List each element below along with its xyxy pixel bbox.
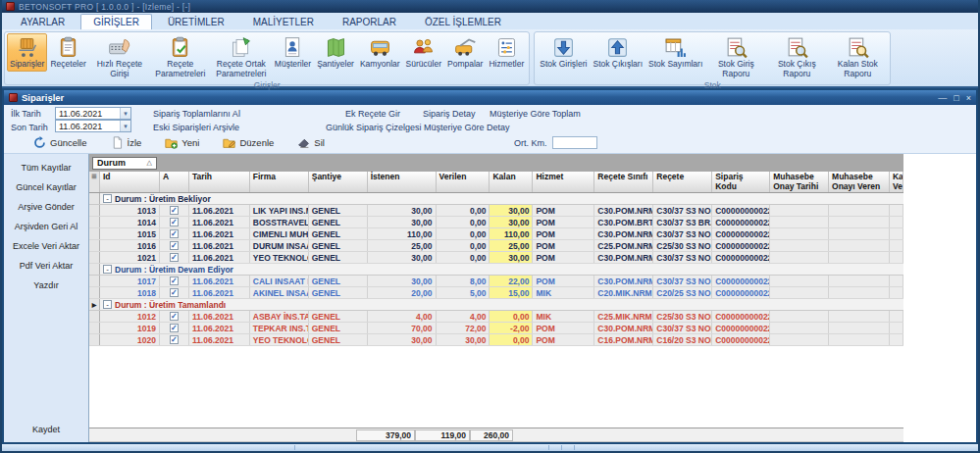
checkbox[interactable]: ✓	[170, 218, 179, 226]
ribbon-button-kamyonlar[interactable]: Kamyonlar	[357, 33, 403, 72]
column-header-i-stenen[interactable]: İstenen	[368, 172, 437, 192]
ribbon-button-antiyeler[interactable]: Şantiyeler	[314, 33, 357, 72]
column-header-sipari-kodu[interactable]: Sipariş Kodu	[712, 172, 770, 192]
group-row-durum-retim-tamamland[interactable]: ▶-Durum : Üretim Tamamlandı	[89, 299, 903, 311]
ribbon-button-sipari-ler[interactable]: Siparişler	[7, 33, 47, 72]
sidebar-item-ar-ive-g-nder[interactable]: Arşive Gönder	[4, 197, 88, 217]
chevron-down-icon[interactable]: ▾	[120, 108, 130, 119]
column-header-firma[interactable]: Firma	[250, 172, 309, 192]
sidebar-item-pdf-veri-aktar[interactable]: Pdf Veri Aktar	[4, 256, 88, 276]
column-header-re-ete[interactable]: Reçete	[653, 172, 712, 192]
close-button[interactable]: ×	[966, 93, 971, 103]
cell-tarih: 11.06.2021	[189, 334, 250, 345]
order-row-1020[interactable]: 1020✓11.06.2021YEO TEKNOLOJÝ ...GENEL30,…	[89, 334, 903, 346]
son-tarih-select[interactable]: 11.06.2021 ▾	[55, 120, 131, 132]
ribbon-button-re-eteler[interactable]: Reçeteler	[47, 33, 88, 72]
ribbon-button-s-r-c-ler[interactable]: Sürücüler	[403, 33, 444, 72]
column-header-muhasebe-onay-tarihi[interactable]: Muhasebe Onay Tarihi	[770, 172, 829, 192]
column-header-a[interactable]: A	[160, 172, 189, 192]
tab-mali-yetler[interactable]: MALİYETLER	[240, 14, 327, 29]
action-link-m-teriye-g-re-toplam[interactable]: Müşteriye Göre Toplam	[490, 109, 581, 119]
checkbox[interactable]: ✓	[170, 324, 179, 332]
chevron-down-icon[interactable]: ▾	[120, 121, 130, 131]
sidebar-item-t-m-kay-tlar[interactable]: Tüm Kayıtlar	[4, 158, 88, 177]
column-header-muhasebe-onay-veren[interactable]: Muhasebe Onayı Veren	[829, 172, 890, 192]
checkbox[interactable]: ✓	[170, 241, 179, 250]
cell-id: 1017	[100, 276, 160, 286]
action-link-m-teriye-g-re-detay[interactable]: Müşteriye Göre Detay	[424, 123, 510, 132]
checkbox[interactable]: ✓	[170, 277, 179, 285]
action-link-ek-re-ete-gir[interactable]: Ek Reçete Gir	[345, 109, 400, 119]
column-header-antiye[interactable]: Şantiye	[309, 172, 368, 192]
column-header-tarih[interactable]: Tarih	[189, 172, 250, 192]
checkbox[interactable]: ✓	[170, 206, 179, 215]
order-row-1014[interactable]: 1014✓11.06.2021BOSSTRAVEL T...GENEL30,00…	[89, 217, 903, 228]
ribbon-button-stok-giri-leri[interactable]: Stok Girişleri	[537, 33, 590, 72]
checkbox[interactable]: ✓	[170, 288, 179, 297]
order-row-1019[interactable]: 1019✓11.06.2021TEPKAR INS.TAA...GENEL70,…	[89, 323, 903, 334]
column-header-hizmet[interactable]: Hizmet	[533, 172, 594, 192]
group-by-panel: Durum △	[89, 154, 903, 172]
ribbon-button-pompalar[interactable]: Pompalar	[444, 33, 486, 72]
tab-ayarlar[interactable]: AYARLAR	[8, 14, 77, 29]
sidebar-item-yazd-r[interactable]: Yazdır	[4, 276, 88, 295]
ilk-tarih-select[interactable]: 11.06.2021 ▾	[55, 107, 131, 120]
column-header-re-ete-s-n-f[interactable]: Reçete Sınıfı	[594, 172, 653, 192]
checkbox[interactable]: ✓	[170, 253, 179, 262]
tab-reti-mler[interactable]: ÜRETİMLER	[155, 14, 237, 29]
cell-siparis-kodu: C00000000022...	[712, 287, 770, 298]
ribbon-button-stok-say-mlar[interactable]: Stok Sayımları	[645, 33, 705, 72]
checkbox[interactable]: ✓	[170, 229, 179, 238]
sidebar-item-g-ncel-kay-tlar[interactable]: Güncel Kayıtlar	[4, 177, 88, 197]
checkbox[interactable]: ✓	[170, 335, 179, 344]
collapse-group-icon[interactable]: -	[103, 300, 112, 309]
toolbar-button-sil[interactable]: Sil	[297, 136, 325, 149]
toolbar-button-i-zle[interactable]: İzle	[111, 136, 142, 149]
column-header-id[interactable]: Id	[100, 172, 160, 192]
cell-verilen: 0,00	[437, 228, 490, 239]
ort-km-input[interactable]	[552, 136, 597, 149]
tab-zel-i-lemler[interactable]: ÖZEL İŞLEMLER	[412, 14, 514, 29]
collapse-group-icon[interactable]: -	[103, 194, 112, 203]
column-header-ka-ve[interactable]: Ka Ve	[890, 172, 903, 192]
order-row-1013[interactable]: 1013✓11.06.2021LIK YAPI INS.M...GENEL30,…	[89, 205, 903, 217]
toolbar-button-yeni[interactable]: Yeni	[165, 136, 199, 149]
checkbox[interactable]: ✓	[170, 312, 179, 321]
toolbar-button-d-zenle[interactable]: Düzenle	[223, 136, 274, 149]
action-link-sipari-toplamlar-n-al[interactable]: Sipariş Toplamlarını Al	[153, 109, 240, 119]
action-link-sipari-detay[interactable]: Sipariş Detay	[423, 109, 476, 119]
action-link-g-nl-k-sipari-izelgesi[interactable]: Günlük Sipariş Çizelgesi	[326, 123, 422, 132]
sidebar-item-excele-veri-aktar[interactable]: Excele Veri Aktar	[4, 236, 88, 256]
ribbon-button-stok-k-raporu[interactable]: Stok Çıkış Raporu	[766, 33, 827, 80]
sidebar-item-ar-ivden-geri-al[interactable]: Arşivden Geri Al	[4, 217, 88, 236]
ribbon-button-stok-giri-raporu[interactable]: Stok Giriş Raporu	[705, 33, 766, 80]
ribbon-button-re-ete-parametreleri[interactable]: Reçete Parametreleri	[150, 33, 211, 80]
order-row-1016[interactable]: 1016✓11.06.2021DURUM INSAA...GENEL25,000…	[89, 240, 903, 252]
maximize-button[interactable]: □	[954, 93, 958, 103]
group-row-durum-retim-devam-ediyor[interactable]: -Durum : Üretim Devam Ediyor	[89, 264, 903, 276]
action-link-eski-sipari-leri-ar-ivle[interactable]: Eski Siparişleri Arşivle	[153, 123, 239, 132]
group-by-durum-chip[interactable]: Durum △	[92, 157, 157, 170]
order-row-1015[interactable]: 1015✓11.06.2021CIMENLI MUH.I...GENEL110,…	[89, 228, 903, 240]
ribbon-button-kalan-stok-raporu[interactable]: Kalan Stok Raporu	[827, 33, 888, 80]
ribbon-button-re-ete-ortak-parametreleri[interactable]: Reçete Ortak Parametreleri	[211, 33, 272, 80]
toolbar-button-g-ncelle[interactable]: Güncelle	[33, 136, 87, 149]
sidebar-item-kaydet[interactable]: Kaydet	[4, 420, 88, 442]
order-row-1021[interactable]: 1021✓11.06.2021YEO TEKNOLOJÝ...GENEL30,0…	[89, 252, 903, 264]
ribbon-button-m-teriler[interactable]: Müşteriler	[272, 33, 314, 72]
ribbon-button-h-zl-re-ete-giri-i[interactable]: Hızlı Reçete Girişi	[89, 33, 150, 80]
collapse-group-icon[interactable]: -	[103, 265, 112, 274]
order-row-1018[interactable]: 1018✓11.06.2021AKINEL INSAAT...GENEL20,0…	[89, 287, 903, 299]
trucks-icon	[368, 35, 392, 60]
column-header-kalan[interactable]: Kalan	[490, 172, 533, 192]
order-row-1017[interactable]: 1017✓11.06.2021CALI INSAAT M...GENEL30,0…	[89, 276, 903, 287]
tab-raporlar[interactable]: RAPORLAR	[330, 14, 409, 29]
cell-santiye: GENEL	[309, 228, 368, 239]
tab-gi-ri-ler[interactable]: GİRİŞLER	[80, 14, 152, 29]
order-row-1012[interactable]: 1012✓11.06.2021ASBAY İNS.TAAH...GENEL4,0…	[89, 311, 903, 323]
ribbon-button-stok-k-lar[interactable]: Stok Çıkışları	[590, 33, 645, 72]
column-header-verilen[interactable]: Verilen	[437, 172, 490, 192]
group-row-durum-retim-bekliyor[interactable]: -Durum : Üretim Bekliyor	[89, 193, 903, 205]
minimize-button[interactable]: —	[938, 93, 947, 103]
ribbon-button-hizmetler[interactable]: Hizmetler	[486, 33, 527, 72]
